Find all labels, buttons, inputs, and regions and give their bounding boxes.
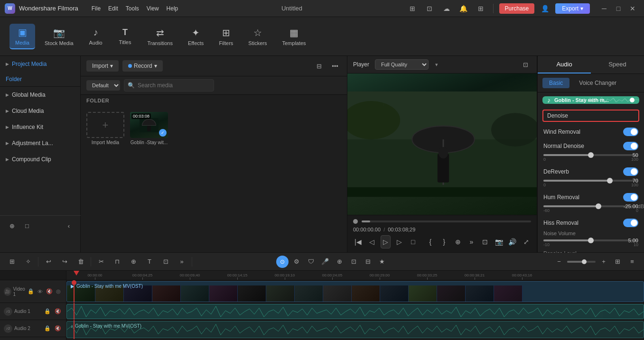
audio-2-mute-icon[interactable]: 🔇 bbox=[54, 324, 62, 333]
play-button[interactable]: ▷ bbox=[381, 235, 391, 248]
audio-1-mute-icon[interactable]: 🔇 bbox=[54, 307, 62, 316]
menu-tools[interactable]: Tools bbox=[126, 5, 139, 12]
screen-record-icon[interactable]: ⊡ bbox=[423, 3, 436, 14]
user-icon[interactable]: 👤 bbox=[538, 3, 551, 14]
motion-track-icon[interactable]: ✧ bbox=[22, 256, 34, 268]
de-reverb-thumb[interactable] bbox=[607, 178, 613, 184]
collapse-sidebar-icon[interactable]: ‹ bbox=[63, 220, 75, 232]
video-eye-icon[interactable]: 👁 bbox=[36, 287, 44, 296]
record-indicator[interactable]: ⊙ bbox=[276, 256, 289, 268]
menu-view[interactable]: View bbox=[147, 5, 159, 12]
quality-select[interactable]: Full QualityHalf QualityQuarter Quality bbox=[375, 59, 429, 70]
audio-track-1[interactable] bbox=[66, 303, 644, 320]
toolbar-templates[interactable]: ▦ Templates bbox=[276, 24, 311, 49]
zoom-track[interactable] bbox=[567, 261, 596, 263]
close-button[interactable]: ✕ bbox=[626, 3, 639, 14]
normal-denoise-track[interactable] bbox=[543, 154, 638, 156]
goblin-media-item[interactable]: 00:03:08 ✓ Goblin -Stay wit... bbox=[130, 112, 168, 145]
layer-icon[interactable]: ⊡ bbox=[159, 256, 172, 268]
subtab-voice-changer[interactable]: Voice Changer bbox=[572, 78, 623, 88]
ai-icon[interactable]: ★ bbox=[376, 256, 388, 268]
extract-icon[interactable]: ⊕ bbox=[453, 235, 463, 248]
apps-icon[interactable]: ⊞ bbox=[474, 3, 487, 14]
notifications-icon[interactable]: ⊞ bbox=[406, 3, 419, 14]
volume-icon[interactable]: 🔊 bbox=[507, 235, 517, 248]
toolbar-transitions[interactable]: ⇄ Transitions bbox=[142, 24, 178, 49]
sidebar-item-adjustment-la[interactable]: ▶ Adjustment La... bbox=[0, 135, 80, 151]
sidebar-item-cloud-media[interactable]: ▶ Cloud Media bbox=[0, 103, 80, 119]
screenshot-icon[interactable]: 📷 bbox=[494, 235, 504, 248]
video-track-1[interactable]: ▶ Goblin - Stay with me MV(OST) bbox=[66, 280, 644, 303]
noise-volume-track[interactable] bbox=[543, 239, 638, 241]
sidebar-item-influence-kit[interactable]: ▶ Influence Kit bbox=[0, 119, 80, 135]
import-placeholder[interactable]: + bbox=[86, 112, 124, 138]
preview-settings-icon[interactable]: ⊡ bbox=[520, 59, 531, 70]
picture-in-picture-icon[interactable]: ⊡ bbox=[480, 235, 490, 248]
shield-icon[interactable]: 🛡 bbox=[305, 256, 317, 268]
progress-handle[interactable] bbox=[353, 219, 358, 224]
hum-removal-toggle[interactable] bbox=[623, 193, 638, 202]
mark-out-icon[interactable]: } bbox=[439, 235, 449, 248]
normal-denoise-toggle[interactable] bbox=[623, 142, 638, 150]
export-button[interactable]: Export ▾ bbox=[555, 3, 590, 14]
mark-in-icon[interactable]: { bbox=[426, 235, 436, 248]
more-options-icon[interactable]: ••• bbox=[329, 60, 341, 72]
import-button[interactable]: Import ▾ bbox=[86, 60, 119, 72]
delete-icon[interactable]: 🗑 bbox=[75, 256, 87, 268]
video-lock-icon[interactable]: 🔒 bbox=[27, 287, 35, 296]
minimize-button[interactable]: ─ bbox=[597, 3, 611, 14]
audio-1-lock-icon[interactable]: 🔒 bbox=[43, 307, 52, 316]
more-tools-icon[interactable]: » bbox=[176, 256, 188, 268]
subtitle-icon[interactable]: ⊟ bbox=[362, 256, 374, 268]
sidebar-item-global-media[interactable]: ▶ Global Media bbox=[0, 87, 80, 103]
fullscreen-icon[interactable]: ⤢ bbox=[521, 235, 531, 248]
maximize-button[interactable]: □ bbox=[612, 3, 625, 14]
video-mute-icon[interactable]: 🔇 bbox=[46, 287, 53, 296]
zoom-thumb[interactable] bbox=[582, 259, 587, 264]
zoom-minus-icon[interactable]: − bbox=[553, 256, 565, 268]
audio-clip-2[interactable]: ♪ Goblin - Stay with me MV(OST) bbox=[66, 321, 644, 338]
menu-edit[interactable]: Edit bbox=[108, 5, 118, 12]
sticker-icon[interactable]: ⊕ bbox=[333, 256, 345, 268]
progress-track[interactable] bbox=[362, 221, 531, 222]
undo-icon[interactable]: ↩ bbox=[42, 256, 55, 268]
audio-clip-1[interactable] bbox=[66, 304, 644, 319]
import-media-item[interactable]: + Import Media bbox=[86, 112, 124, 145]
menu-file[interactable]: File bbox=[92, 5, 101, 12]
crop-icon[interactable]: ⊓ bbox=[111, 256, 123, 268]
more-icon[interactable]: » bbox=[467, 235, 476, 248]
add-media-icon[interactable]: □ bbox=[21, 220, 33, 232]
audio-2-lock-icon[interactable]: 🔒 bbox=[43, 324, 52, 333]
add-icon[interactable]: ⊕ bbox=[127, 256, 140, 268]
cloud-icon[interactable]: ☁ bbox=[440, 3, 453, 14]
toolbar-stickers[interactable]: ☆ Stickers bbox=[243, 24, 272, 49]
view-select[interactable]: Default bbox=[86, 80, 120, 91]
wind-removal-toggle[interactable] bbox=[623, 128, 638, 136]
cut-icon[interactable]: ✂ bbox=[95, 256, 107, 268]
settings-icon[interactable]: ⚙ bbox=[290, 256, 303, 268]
toolbar-media[interactable]: ▣ Media bbox=[9, 24, 35, 49]
zoom-plus-icon[interactable]: + bbox=[597, 256, 610, 268]
skip-back-icon[interactable]: |◀ bbox=[353, 235, 363, 248]
new-folder-icon[interactable]: ⊕ bbox=[6, 220, 18, 232]
sidebar-folder-label[interactable]: Folder bbox=[0, 72, 80, 86]
mic-icon[interactable]: 🎤 bbox=[319, 256, 331, 268]
frame-forward-icon[interactable]: ▷ bbox=[394, 235, 404, 248]
de-reverb-track[interactable] bbox=[543, 180, 638, 182]
tab-speed[interactable]: Speed bbox=[591, 56, 644, 74]
stop-icon[interactable]: □ bbox=[408, 235, 418, 248]
video-clip-1[interactable]: ▶ Goblin - Stay with me MV(OST) bbox=[66, 281, 644, 302]
purchase-button[interactable]: Purchase bbox=[499, 3, 535, 14]
toolbar-titles[interactable]: T Titles bbox=[112, 25, 138, 48]
frame-back-icon[interactable]: ◁ bbox=[367, 235, 377, 248]
grid-view-icon[interactable]: ⊞ bbox=[612, 256, 624, 268]
toolbar-audio[interactable]: ♪ Audio bbox=[83, 24, 109, 48]
hum-removal-thumb[interactable] bbox=[596, 203, 601, 209]
snap-icon[interactable]: ⊞ bbox=[6, 256, 18, 268]
subtab-basic[interactable]: Basic bbox=[542, 78, 569, 88]
hiss-removal-toggle[interactable] bbox=[623, 219, 638, 227]
menu-help[interactable]: Help bbox=[167, 5, 178, 12]
audio-track-2[interactable]: ♪ Goblin - Stay with me MV(OST) bbox=[66, 320, 644, 339]
de-reverb-toggle[interactable] bbox=[623, 167, 638, 176]
toolbar-filters[interactable]: ⊞ Filters bbox=[213, 24, 239, 49]
